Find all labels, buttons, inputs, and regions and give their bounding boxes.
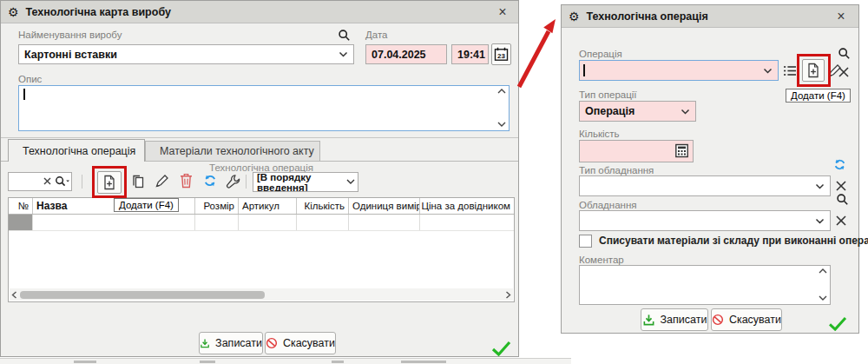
row-selector-cell[interactable] (9, 215, 33, 230)
col-quantity[interactable]: Кількість (297, 198, 349, 214)
calculator-icon[interactable] (674, 143, 689, 158)
text-cursor (23, 89, 25, 100)
search-icon[interactable] (338, 29, 351, 42)
edit-button[interactable] (155, 173, 170, 189)
save-button[interactable]: Записати (641, 308, 708, 331)
wrench-icon (226, 174, 240, 189)
product-name-combobox[interactable]: Картонні вставки (18, 44, 354, 64)
trash-icon (180, 173, 193, 189)
cancel-label: Скасувати (283, 337, 335, 349)
date-input[interactable]: 07.04.2025 (365, 44, 447, 64)
equipment-type-dropdown[interactable] (579, 175, 831, 196)
clear-search-icon[interactable] (43, 176, 52, 186)
close-icon[interactable]: × (832, 8, 850, 25)
date-label: Дата (365, 30, 387, 40)
product-name-value: Картонні вставки (24, 49, 117, 61)
equipment-type-label: Тип обладнання (579, 165, 654, 175)
window-title: Технологічна операція (587, 10, 708, 23)
cancel-icon (266, 336, 278, 350)
confirm-check-icon[interactable] (491, 341, 511, 356)
calendar-button[interactable]: 23 (491, 43, 511, 65)
scroll-left-icon[interactable] (11, 291, 17, 299)
highlight-box-add (92, 166, 127, 198)
operation-type-value: Операція (585, 105, 635, 117)
scroll-right-icon[interactable] (505, 291, 511, 299)
scrollbar-thumb[interactable] (20, 291, 265, 299)
chevron-down-icon[interactable] (346, 179, 355, 184)
cancel-icon (712, 313, 724, 327)
scroll-down-icon[interactable] (497, 122, 506, 127)
annotation-arrow (510, 10, 564, 94)
scroll-up-icon[interactable] (497, 89, 506, 94)
writeoff-checkbox-label: Списувати матеріали зі складу при викона… (599, 235, 868, 247)
table-header-row: № Назва Розмір Артикул Кількість Одиниця… (9, 198, 514, 215)
date-value: 07.04.2025 (372, 49, 426, 61)
chevron-down-icon[interactable] (763, 68, 773, 74)
tab-label: Матеріали технологічного акту (160, 145, 314, 157)
highlight-box-add (797, 54, 831, 87)
pencil-icon (155, 173, 170, 189)
operation-combobox[interactable] (579, 60, 779, 81)
comment-label: Коментар (579, 255, 624, 265)
col-article[interactable]: Артикул (239, 198, 297, 214)
tab-materials[interactable]: Матеріали технологічного акту (145, 141, 320, 161)
gear-icon: ⚙ (8, 6, 19, 18)
operation-type-dropdown[interactable]: Операція (579, 101, 696, 122)
search-icon[interactable] (836, 193, 849, 206)
operation-label: Операція (579, 49, 622, 59)
delete-button[interactable] (180, 173, 193, 189)
copy-icon (130, 174, 145, 189)
col-price[interactable]: Ціна за довідником (420, 198, 514, 214)
clear-icon[interactable] (838, 66, 850, 78)
refresh-icon[interactable] (833, 158, 846, 171)
search-options-icon[interactable] (55, 175, 70, 188)
col-unit[interactable]: Одиниця виміру (349, 198, 420, 214)
calendar-day-text: 23 (497, 52, 505, 60)
table-row[interactable] (9, 215, 514, 231)
scroll-down-icon[interactable] (819, 295, 827, 301)
col-number[interactable]: № (9, 198, 33, 214)
toolbar-separator (246, 175, 247, 189)
close-icon[interactable]: × (494, 3, 511, 21)
comment-textarea[interactable] (579, 265, 831, 305)
list-select-icon[interactable] (783, 65, 797, 76)
save-button[interactable]: Записати (199, 332, 263, 354)
confirm-check-icon[interactable] (828, 316, 847, 331)
chevron-down-icon[interactable] (815, 218, 825, 224)
equipment-dropdown[interactable] (579, 210, 831, 231)
clear-icon[interactable] (835, 215, 847, 227)
refresh-icon (203, 174, 217, 188)
writeoff-checkbox[interactable] (579, 235, 592, 248)
chevron-down-icon[interactable] (339, 51, 348, 57)
copy-button[interactable] (130, 174, 145, 189)
tech-card-titlebar: ⚙ Технологічна карта виробу (1, 1, 518, 23)
background-window-edge (0, 358, 571, 364)
cancel-button[interactable]: Скасувати (711, 308, 782, 331)
settings-button[interactable] (226, 174, 240, 189)
chevron-down-icon[interactable] (681, 109, 690, 115)
toolbar-separator (82, 175, 82, 189)
time-input[interactable]: 19:41 (451, 44, 489, 64)
equipment-label: Обладнання (579, 200, 637, 210)
save-icon (200, 337, 210, 350)
tooltip-add-f4: Додати (F4) (114, 198, 179, 212)
order-dropdown[interactable]: [В порядку введення] (253, 172, 358, 192)
operations-table[interactable]: № Назва Розмір Артикул Кількість Одиниця… (8, 197, 515, 302)
horizontal-scrollbar[interactable] (10, 288, 513, 301)
refresh-button[interactable] (203, 174, 217, 188)
scroll-up-icon[interactable] (819, 268, 827, 274)
tooltip-add-f4: Додати (F4) (786, 89, 851, 103)
clear-icon[interactable] (835, 180, 847, 192)
description-textarea[interactable] (18, 85, 510, 131)
chevron-down-icon[interactable] (815, 183, 825, 189)
search-icon[interactable] (838, 47, 851, 60)
tab-tech-operation[interactable]: Технологічна операція (8, 139, 145, 162)
window-title: Технологічна карта виробу (26, 6, 171, 18)
text-cursor (583, 64, 585, 76)
divider (1, 137, 518, 138)
col-size[interactable]: Розмір (195, 198, 239, 214)
tab-label: Технологічна операція (23, 145, 135, 157)
cancel-button[interactable]: Скасувати (265, 332, 336, 354)
gear-icon: ⚙ (569, 10, 580, 23)
save-label: Записати (215, 337, 262, 349)
